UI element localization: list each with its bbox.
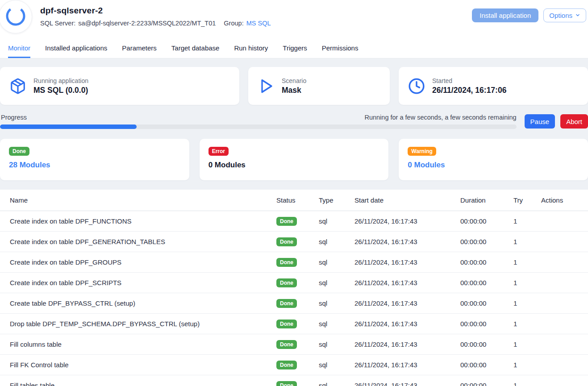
table-row[interactable]: Create table DPF_BYPASS_CTRL (setup) Don… [0,293,588,314]
spinner-icon [5,6,26,28]
cell-start-date: 26/11/2024, 16:17:43 [354,217,460,225]
page-title: dpf-sqlserver-2 [40,6,271,16]
group-link[interactable]: MS SQL [246,20,271,27]
cell-duration: 00:00:00 [460,217,513,225]
options-button-label: Options [549,12,572,19]
table-row[interactable]: Fill columns table Done sql 26/11/2024, … [0,334,588,355]
modules-count-link[interactable]: 28 Modules [9,161,180,170]
cell-try: 1 [513,340,541,348]
table-row[interactable]: Fill FK Control table Done sql 26/11/202… [0,355,588,375]
cell-try: 1 [513,217,541,225]
avatar [0,0,32,33]
column-header-duration: Duration [460,196,513,204]
done-badge: Done [276,340,297,349]
server-value: sa@dpf-sqlserver-2:2233/MSSQL2022/MT_T01 [78,20,216,27]
cell-type: sql [319,299,354,307]
progress-status-text: Running for a few seconds, a few seconds… [364,114,516,121]
cell-name: Fill FK Control table [0,361,276,369]
cell-start-date: 26/11/2024, 16:17:43 [354,320,460,328]
app-header: dpf-sqlserver-2 SQL Server: sa@dpf-sqlse… [0,0,588,39]
done-badge: Done [276,381,297,386]
table-row[interactable]: Create index on table DPF_GROUPS Done sq… [0,252,588,273]
done-badge: Done [276,258,297,267]
modules-count-link[interactable]: 0 Modules [209,161,380,170]
tab-installed-applications[interactable]: Installed applications [45,39,107,58]
status-badge: Error [209,147,229,156]
cell-type: sql [319,320,354,328]
cell-try: 1 [513,320,541,328]
cell-name: Create table DPF_BYPASS_CTRL (setup) [0,299,276,307]
cell-name: Create index on table DPF_SCRIPTS [0,279,276,286]
table-row[interactable]: Drop table DPF_TEMP_SCHEMA.DPF_BYPASS_CT… [0,314,588,334]
tab-monitor[interactable]: Monitor [8,39,30,58]
modules-count-link[interactable]: 0 Modules [408,161,579,170]
scenario-card: Scenario Mask [248,67,390,105]
column-header-name: Name [0,196,276,204]
column-header-actions: Actions [541,196,588,204]
table-row[interactable]: Fill tables table Done sql 26/11/2024, 1… [0,375,588,386]
cell-start-date: 26/11/2024, 16:17:43 [354,299,460,307]
info-cards-row: Running application MS SQL (0.0.0) Scena… [0,67,588,105]
table-row[interactable]: Create index on table DPF_SCRIPTS Done s… [0,273,588,293]
module-summary-card: Error 0 Modules [200,139,389,180]
pause-button[interactable]: Pause [525,114,555,129]
cell-type: sql [319,238,354,245]
package-icon [9,77,27,95]
tab-parameters[interactable]: Parameters [122,39,157,58]
card-value: MS SQL (0.0.0) [33,86,88,95]
server-label: SQL Server: [40,20,75,27]
column-header-try: Try [513,196,541,204]
table-row[interactable]: Create index on table DPF_FUNCTIONS Done… [0,211,588,232]
clock-icon [408,77,425,95]
cell-try: 1 [513,361,541,369]
cell-status: Done [276,258,319,267]
cell-type: sql [319,361,354,369]
cell-status: Done [276,299,319,308]
cell-name: Drop table DPF_TEMP_SCHEMA.DPF_BYPASS_CT… [0,320,276,328]
cell-type: sql [319,382,354,386]
cell-name: Fill tables table [0,382,276,386]
cell-duration: 00:00:00 [460,258,513,266]
running-application-card: Running application MS SQL (0.0.0) [0,67,239,105]
table-row[interactable]: Create index on table DPF_GENERATION_TAB… [0,232,588,252]
table-header-row: Name Status Type Start date Duration Try… [0,190,588,211]
play-icon [257,77,275,95]
install-application-button[interactable]: Install application [472,8,538,22]
cell-duration: 00:00:00 [460,279,513,286]
column-header-start-date: Start date [354,196,460,204]
cell-name: Fill columns table [0,340,276,348]
cell-status: Done [276,217,319,226]
cell-type: sql [319,340,354,348]
cell-try: 1 [513,382,541,386]
cell-status: Done [276,237,319,246]
group-label: Group: [224,20,243,27]
tab-triggers[interactable]: Triggers [283,39,307,58]
cell-duration: 00:00:00 [460,238,513,245]
abort-button[interactable]: Abort [560,114,588,129]
cell-start-date: 26/11/2024, 16:17:43 [354,258,460,266]
cell-name: Create index on table DPF_GENERATION_TAB… [0,238,276,245]
card-value: 26/11/2024, 16:17:06 [432,86,506,95]
cell-name: Create index on table DPF_FUNCTIONS [0,217,276,225]
tab-permissions[interactable]: Permissions [322,39,359,58]
cell-type: sql [319,217,354,225]
cell-start-date: 26/11/2024, 16:17:43 [354,382,460,386]
options-button[interactable]: Options [543,8,586,22]
module-summary-card: Done 28 Modules [0,139,189,180]
tab-run-history[interactable]: Run history [234,39,268,58]
chevron-down-icon [575,12,580,19]
done-badge: Done [276,217,297,226]
tab-target-database[interactable]: Target database [171,39,220,58]
status-badge: Warning [408,147,436,156]
module-cards-row: Done 28 Modules Error 0 Modules Warning … [0,139,588,180]
cell-try: 1 [513,238,541,245]
cell-start-date: 26/11/2024, 16:17:43 [354,279,460,286]
done-badge: Done [276,278,297,287]
done-badge: Done [276,320,297,328]
cell-type: sql [319,258,354,266]
cell-duration: 00:00:00 [460,320,513,328]
card-value: Mask [282,86,306,95]
progress-bar [0,125,517,129]
progress-fill [0,125,137,129]
cell-duration: 00:00:00 [460,299,513,307]
